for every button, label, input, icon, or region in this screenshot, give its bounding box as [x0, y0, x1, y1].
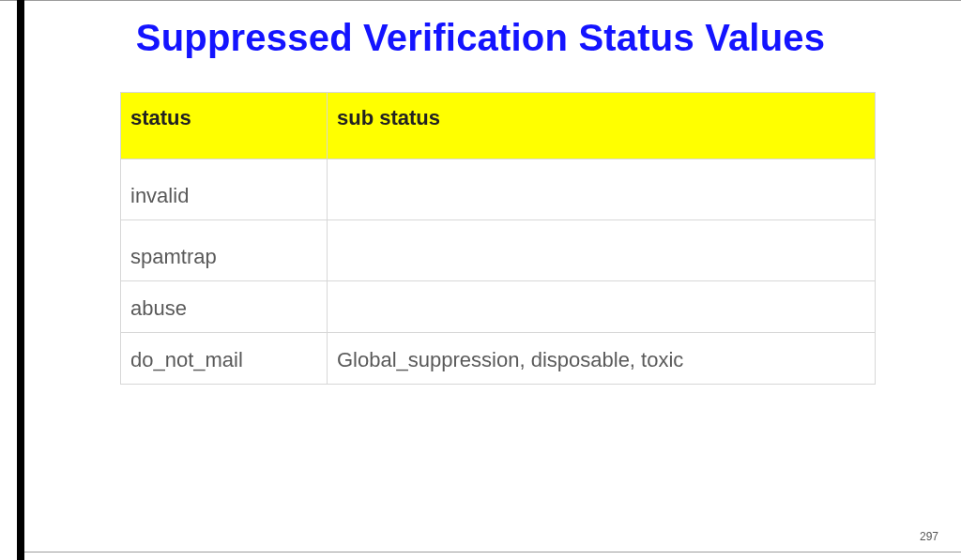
table-row: spamtrap	[121, 220, 876, 281]
left-edge-bar	[17, 0, 24, 560]
table-row: abuse	[121, 281, 876, 333]
bottom-rule	[24, 552, 961, 552]
cell-status: invalid	[121, 159, 328, 220]
status-table-wrap: status sub status invalid spamtrap abuse	[120, 92, 875, 385]
cell-substatus	[328, 281, 876, 333]
slide-title: Suppressed Verification Status Values	[0, 17, 961, 59]
cell-status: abuse	[121, 281, 328, 333]
cell-status: do_not_mail	[121, 333, 328, 385]
page-number: 297	[920, 530, 938, 543]
col-header-status: status	[121, 93, 328, 159]
table-row: do_not_mail Global_suppression, disposab…	[121, 333, 876, 385]
cell-substatus	[328, 220, 876, 281]
table-header-row: status sub status	[121, 93, 876, 159]
status-table: status sub status invalid spamtrap abuse	[120, 92, 876, 385]
col-header-substatus: sub status	[328, 93, 876, 159]
table-row: invalid	[121, 159, 876, 220]
cell-substatus	[328, 159, 876, 220]
slide-page: Suppressed Verification Status Values st…	[0, 0, 961, 560]
cell-substatus: Global_suppression, disposable, toxic	[328, 333, 876, 385]
cell-status: spamtrap	[121, 220, 328, 281]
